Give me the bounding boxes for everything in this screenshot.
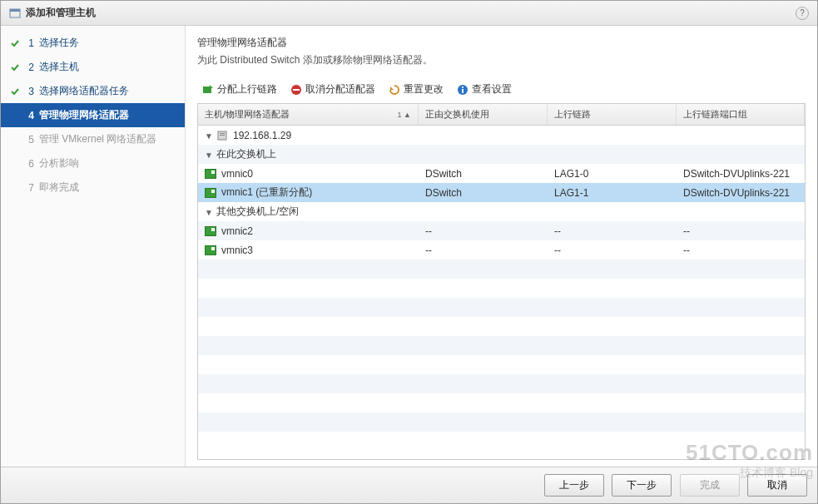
panel-heading: 管理物理网络适配器 [197, 36, 806, 50]
cell-c2: -- [419, 245, 548, 256]
cell-c4: -- [677, 245, 805, 256]
check-icon [9, 37, 21, 49]
finish-button: 完成 [680, 474, 740, 497]
empty-row [198, 393, 805, 413]
cell-c3: -- [548, 225, 677, 237]
adapter-toolbar: 分配上行链路 取消分配适配器 重置更改 查看设置 [197, 81, 806, 98]
step-number: 4 [24, 110, 34, 121]
view-settings-button[interactable]: 查看设置 [452, 81, 517, 98]
cell-c2: DSwitch [419, 168, 548, 180]
cell-c3: LAG1-1 [548, 187, 677, 199]
toggle-icon[interactable]: ▼ [205, 151, 213, 159]
step-number: 5 [24, 134, 34, 146]
check-icon [9, 86, 21, 97]
row-label: vmnic0 [221, 168, 253, 180]
host-row[interactable]: ▼192.168.1.29 [198, 126, 805, 145]
check-icon [9, 134, 21, 146]
cell-c2: -- [419, 225, 548, 237]
adapter-row[interactable]: vmnic0DSwitchLAG1-0DSwitch-DVUplinks-221 [198, 164, 805, 183]
adapter-row[interactable]: vmnic1 (已重新分配)DSwitchLAG1-1DSwitch-DVUpl… [198, 183, 805, 202]
empty-row [198, 413, 805, 432]
dialog-footer: 上一步 下一步 完成 取消 [1, 467, 817, 503]
empty-row [198, 374, 805, 393]
host-icon [216, 131, 228, 141]
unassign-button[interactable]: 取消分配适配器 [285, 81, 380, 98]
empty-row [198, 336, 805, 355]
col-used-by-switch[interactable]: 正由交换机使用 [419, 104, 548, 125]
grid-header: 主机/物理网络适配器1 ▲ 正由交换机使用 上行链路 上行链路端口组 [198, 104, 805, 126]
step-number: 3 [24, 86, 34, 97]
wizard-step-3[interactable]: 3 选择网络适配器任务 [1, 79, 185, 103]
row-label: 192.168.1.29 [233, 130, 291, 141]
assign-label: 分配上行链路 [217, 82, 277, 96]
wizard-step-1[interactable]: 1 选择任务 [1, 31, 185, 55]
reset-icon [389, 84, 400, 96]
wizard-step-4[interactable]: 4 管理物理网络适配器 [1, 103, 185, 127]
step-label: 管理物理网络适配器 [39, 108, 176, 122]
cell-c4: DSwitch-DVUplinks-221 [677, 187, 805, 199]
svg-rect-10 [220, 135, 225, 136]
col-uplink-portgroup[interactable]: 上行链路端口组 [677, 104, 805, 125]
wizard-dialog: 添加和管理主机 ? 1 选择任务2 选择主机3 选择网络适配器任务4 管理物理网… [0, 0, 818, 504]
check-icon [9, 182, 21, 194]
adapter-row[interactable]: vmnic2------ [198, 221, 805, 240]
row-label: vmnic3 [221, 245, 253, 256]
svg-rect-4 [293, 89, 300, 91]
toggle-icon[interactable]: ▼ [205, 131, 213, 140]
step-label: 选择任务 [39, 36, 176, 50]
row-label: 其他交换机上/空闲 [216, 205, 299, 219]
wizard-step-2[interactable]: 2 选择主机 [1, 55, 185, 79]
assign-uplink-button[interactable]: 分配上行链路 [197, 81, 282, 98]
cancel-button[interactable]: 取消 [747, 474, 807, 497]
wizard-sidebar: 1 选择任务2 选择主机3 选择网络适配器任务4 管理物理网络适配器5 管理 V… [1, 26, 186, 467]
wizard-step-5: 5 管理 VMkernel 网络适配器 [1, 127, 185, 151]
titlebar: 添加和管理主机 ? [1, 1, 817, 26]
step-number: 6 [24, 158, 34, 170]
toggle-icon[interactable]: ▼ [205, 208, 213, 216]
group-row[interactable]: ▼在此交换机上 [198, 145, 805, 164]
window-icon [9, 7, 21, 19]
next-button[interactable]: 下一步 [612, 474, 672, 497]
empty-row [198, 432, 805, 451]
adapter-grid: 主机/物理网络适配器1 ▲ 正由交换机使用 上行链路 上行链路端口组 ▼192.… [197, 103, 806, 460]
dialog-title: 添加和管理主机 [26, 6, 796, 20]
empty-row [198, 298, 805, 317]
step-label: 即将完成 [39, 180, 176, 195]
cell-c4: -- [677, 225, 805, 237]
nic-icon [205, 188, 216, 198]
nic-icon [205, 169, 216, 179]
group-row[interactable]: ▼其他交换机上/空闲 [198, 202, 805, 221]
reset-label: 重置更改 [404, 82, 444, 96]
step-label: 分析影响 [39, 156, 176, 170]
cell-c3: -- [548, 245, 677, 256]
svg-rect-7 [462, 86, 464, 88]
empty-row [198, 355, 805, 374]
wizard-step-7: 7 即将完成 [1, 175, 185, 200]
wizard-step-6: 6 分析影响 [1, 151, 185, 175]
row-label: vmnic2 [221, 225, 253, 237]
grid-body[interactable]: ▼192.168.1.29▼在此交换机上vmnic0DSwitchLAG1-0D… [198, 126, 805, 459]
check-icon [9, 158, 21, 170]
empty-row [198, 259, 805, 279]
reset-button[interactable]: 重置更改 [384, 81, 449, 98]
svg-rect-1 [10, 9, 20, 12]
col-uplink[interactable]: 上行链路 [548, 104, 677, 125]
view-label: 查看设置 [472, 82, 512, 96]
assign-icon [202, 84, 214, 96]
col-host-adapter[interactable]: 主机/物理网络适配器1 ▲ [198, 104, 419, 125]
step-label: 管理 VMkernel 网络适配器 [39, 132, 176, 146]
back-button[interactable]: 上一步 [544, 474, 604, 497]
main-panel: 管理物理网络适配器 为此 Distributed Switch 添加或移除物理网… [186, 26, 817, 467]
row-label: vmnic1 (已重新分配) [221, 185, 312, 200]
svg-rect-6 [462, 89, 464, 93]
cell-c4: DSwitch-DVUplinks-221 [677, 168, 805, 180]
info-icon [457, 84, 468, 96]
sort-indicator: 1 ▲ [398, 111, 411, 119]
empty-row [198, 317, 805, 336]
step-number: 7 [24, 182, 34, 194]
step-number: 1 [24, 37, 34, 49]
help-icon[interactable]: ? [796, 7, 809, 20]
step-label: 选择网络适配器任务 [39, 84, 176, 98]
adapter-row[interactable]: vmnic3------ [198, 240, 805, 259]
panel-subheading: 为此 Distributed Switch 添加或移除物理网络适配器。 [197, 53, 806, 67]
